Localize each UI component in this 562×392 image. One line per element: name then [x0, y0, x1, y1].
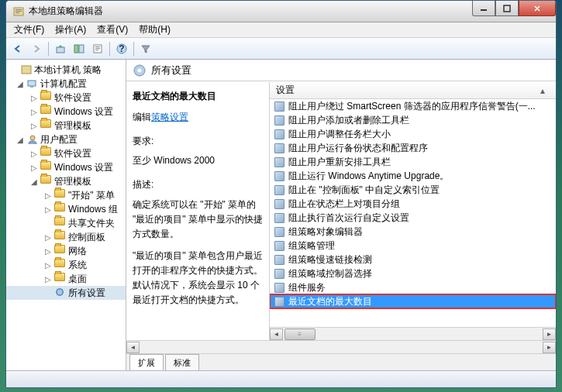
help-button[interactable]: ?	[113, 40, 130, 57]
sort-indicator-icon: ▴	[536, 85, 550, 96]
setting-icon	[273, 211, 285, 224]
tree-item[interactable]: ▷管理模板	[6, 119, 126, 132]
list-item-label: 最近文档的最大数目	[288, 295, 372, 308]
svg-rect-4	[481, 9, 487, 11]
svg-rect-2	[16, 11, 22, 12]
tree-root[interactable]: 本地计算机 策略	[6, 63, 126, 77]
list-item[interactable]: 阻止用户添加或者删除工具栏	[270, 113, 556, 127]
list-item[interactable]: 阻止用户绕过 SmartScreen 筛选器的应用程序信誉警告(一...	[270, 99, 556, 113]
content-title: 所有设置	[151, 64, 191, 77]
scroll-right-button[interactable]: ►	[543, 342, 556, 353]
tree-item[interactable]: ▷控制面板	[6, 230, 126, 244]
tree-item[interactable]: ▷"开始" 菜单	[6, 188, 126, 202]
list-item-label: 阻止在状态栏上对项目分组	[288, 198, 400, 211]
tree-item[interactable]: ▷桌面	[6, 272, 126, 286]
tree-item[interactable]: ▷Windows 设置	[6, 160, 126, 174]
svg-rect-7	[74, 45, 78, 53]
tree-item[interactable]: ▷Windows 组	[6, 202, 126, 216]
filter-button[interactable]	[137, 40, 154, 57]
setting-title: 最近文档的最大数目	[133, 90, 263, 103]
list-item[interactable]: 组策略慢速链接检测	[270, 253, 556, 266]
list-item[interactable]: 阻止在 "控制面板" 中自定义索引位置	[270, 183, 556, 197]
tree-item[interactable]: ▷Windows 设置	[6, 105, 126, 119]
close-button[interactable]	[519, 1, 556, 16]
svg-rect-12	[95, 50, 98, 50]
tree-item[interactable]: ▷系统	[6, 258, 126, 272]
svg-rect-15	[22, 66, 31, 74]
scroll-thumb[interactable]: ≡	[284, 328, 315, 340]
tree-item[interactable]: ▷软件设置	[6, 146, 126, 160]
svg-rect-17	[30, 86, 33, 88]
setting-icon	[273, 156, 285, 168]
setting-icon	[273, 267, 285, 280]
tab-extended[interactable]: 扩展	[129, 354, 164, 370]
list-item[interactable]: 阻止用户调整任务栏大小	[270, 127, 556, 141]
svg-rect-5	[504, 5, 510, 12]
tree-item[interactable]: ▷软件设置	[6, 91, 126, 105]
tree-admin-templates[interactable]: ◢管理模板	[6, 174, 126, 188]
menu-help[interactable]: 帮助(H)	[134, 22, 175, 38]
scroll-right-button[interactable]: ►	[543, 328, 556, 340]
svg-rect-11	[95, 48, 100, 49]
list-item[interactable]: 阻止运行 Windows Anytime Upgrade。	[270, 169, 556, 183]
list-item[interactable]: 组策略管理	[270, 239, 556, 253]
back-button[interactable]	[9, 40, 26, 57]
list-item[interactable]: 组件服务	[270, 280, 556, 294]
window-title: 本地组策略编辑器	[29, 5, 103, 18]
list-item-label: 阻止在 "控制面板" 中自定义索引位置	[288, 184, 440, 197]
list-item-label: 组策略域控制器选择	[288, 267, 372, 280]
list-column-header[interactable]: 设置 ▴	[270, 82, 556, 99]
setting-icon	[273, 184, 285, 196]
list-item[interactable]: 阻止在状态栏上对项目分组	[270, 197, 556, 211]
forward-button[interactable]	[28, 40, 45, 57]
description-text: 确定系统可以在 "开始" 菜单的 "最近的项目" 菜单中显示的快捷方式数量。	[133, 198, 263, 242]
tree-item[interactable]: 共享文件夹	[6, 216, 126, 230]
svg-rect-8	[79, 45, 84, 53]
list-item[interactable]: 组策略对象编辑器	[270, 225, 556, 239]
tree-computer-config[interactable]: ◢计算机配置	[6, 77, 126, 91]
tab-standard[interactable]: 标准	[165, 354, 199, 370]
horizontal-scrollbar[interactable]: ◄ ≡ ►	[270, 327, 556, 340]
list-item[interactable]: 阻止执行首次运行自定义设置	[270, 211, 556, 225]
detail-scrollbar[interactable]: ◄ ►	[126, 340, 556, 353]
edit-policy-link[interactable]: 策略设置	[151, 112, 188, 122]
description-text: "最近的项目" 菜单包含用户最近打开的非程序文件的快捷方式。默认情况下，系统会显…	[133, 249, 263, 308]
up-button[interactable]	[52, 40, 69, 57]
tree-all-settings[interactable]: 所有设置	[6, 286, 126, 300]
setting-icon	[273, 170, 285, 182]
list-item-label: 阻止用户重新安排工具栏	[288, 156, 391, 169]
content-header: 所有设置	[126, 60, 556, 81]
list-item[interactable]: 阻止用户重新安排工具栏	[270, 155, 556, 169]
minimize-button[interactable]	[472, 1, 495, 16]
svg-rect-10	[95, 46, 100, 47]
list-item-label: 阻止用户调整任务栏大小	[288, 128, 391, 141]
scroll-left-button[interactable]: ◄	[126, 342, 140, 353]
settings-list[interactable]: 阻止用户绕过 SmartScreen 筛选器的应用程序信誉警告(一...阻止用户…	[270, 99, 556, 327]
body: 本地计算机 策略 ◢计算机配置 ▷软件设置 ▷Windows 设置 ▷管理模板 …	[6, 60, 556, 370]
list-item[interactable]: 阻止用户运行备份状态和配置程序	[270, 141, 556, 155]
content-pane: 所有设置 最近文档的最大数目 编辑策略设置 要求: 至少 Windows 200…	[126, 60, 556, 370]
titlebar[interactable]: 本地组策略编辑器	[6, 1, 556, 22]
menu-file[interactable]: 文件(F)	[9, 22, 49, 38]
list-item-label: 阻止用户运行备份状态和配置程序	[288, 142, 428, 155]
svg-rect-1	[16, 9, 22, 10]
requirements-label: 要求:	[133, 135, 263, 148]
menu-action[interactable]: 操作(A)	[50, 22, 91, 38]
scroll-left-button[interactable]: ◄	[270, 328, 283, 340]
menu-view[interactable]: 查看(V)	[92, 22, 133, 38]
show-hide-tree-button[interactable]	[71, 40, 88, 57]
tree-pane[interactable]: 本地计算机 策略 ◢计算机配置 ▷软件设置 ▷Windows 设置 ▷管理模板 …	[6, 60, 126, 370]
app-icon	[12, 5, 25, 18]
settings-list-wrap: 设置 ▴ 阻止用户绕过 SmartScreen 筛选器的应用程序信誉警告(一..…	[270, 82, 556, 340]
export-list-button[interactable]	[89, 40, 106, 57]
list-item[interactable]: 组策略域控制器选择	[270, 266, 556, 280]
list-item[interactable]: 最近文档的最大数目	[270, 294, 556, 308]
list-item-label: 组策略对象编辑器	[288, 225, 363, 239]
maximize-button[interactable]	[495, 1, 519, 16]
setting-icon	[273, 128, 285, 140]
tree-user-config[interactable]: ◢用户配置	[6, 132, 126, 146]
tree-item[interactable]: ▷网络	[6, 244, 126, 258]
list-item-label: 组策略慢速链接检测	[288, 253, 372, 266]
svg-text:?: ?	[119, 43, 124, 54]
window: 本地组策略编辑器 文件(F) 操作(A) 查看(V) 帮助(H) ? 本地计算机…	[5, 0, 557, 388]
